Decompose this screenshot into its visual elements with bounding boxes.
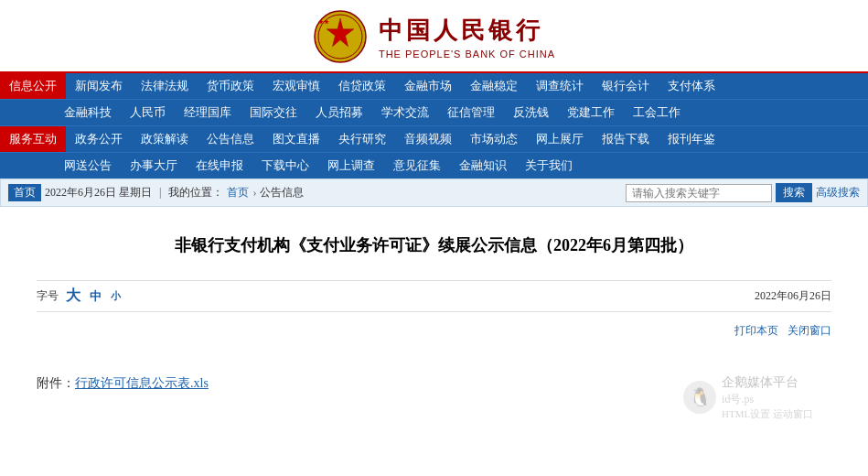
nav-zhengxin[interactable]: 征信管理 [438, 100, 504, 125]
bank-emblem [313, 9, 368, 64]
nav-shichang[interactable]: 市场动态 [461, 126, 527, 152]
article-date: 2022年06月26日 [755, 288, 831, 304]
nav-faxiqian[interactable]: 反洗钱 [504, 100, 558, 125]
nav-banshi[interactable]: 办事大厅 [121, 153, 187, 178]
font-large-button[interactable]: 大 [64, 287, 82, 306]
nav-row-4-items: 网送公告 办事大厅 在线申报 下载中心 网上调查 意见征集 金融知识 关于我们 [55, 153, 868, 178]
main-content: 非银行支付机构《支付业务许可证》续展公示信息（2022年6月第四批） 字号 大 … [0, 207, 868, 476]
nav-guanyu[interactable]: 关于我们 [516, 153, 582, 178]
nav-gonggao[interactable]: 公告信息 [198, 126, 263, 152]
nav-zhifutixi[interactable]: 支付体系 [659, 73, 724, 99]
site-header: 中国人民银行 THE PEOPLE'S BANK OF CHINA [0, 0, 868, 73]
attachment-link[interactable]: 行政许可信息公示表.xls [75, 376, 209, 390]
nav-tuwenzhibo[interactable]: 图文直播 [263, 126, 329, 152]
nav-row-3: 服务互动 政务公开 政策解读 公告信息 图文直播 央行研究 音频视频 市场动态 … [0, 125, 868, 152]
nav-gonghui[interactable]: 工会工作 [624, 100, 690, 125]
logo-english: THE PEOPLE'S BANK OF CHINA [379, 49, 555, 60]
nav-section-service: 服务互动 [0, 126, 66, 152]
nav-yanjiuyuan[interactable]: 央行研究 [329, 126, 395, 152]
close-link[interactable]: 关闭窗口 [788, 323, 831, 339]
nav-xindai[interactable]: 信贷政策 [329, 73, 395, 99]
breadcrumb-home-link[interactable]: 首页 [227, 185, 249, 200]
nav-huobi[interactable]: 货币政策 [198, 73, 263, 99]
nav-jinrongzhishi[interactable]: 金融知识 [450, 153, 516, 178]
search-input[interactable] [626, 184, 772, 202]
nav-row-3-items: 政务公开 政策解读 公告信息 图文直播 央行研究 音频视频 市场动态 网上展厅 … [66, 126, 868, 152]
nav-diaocha[interactable]: 调查统计 [527, 73, 593, 99]
advanced-search-link[interactable]: 高级搜索 [816, 185, 860, 200]
article-body: 附件：行政许可信息公示表.xls 🐧 企鹅媒体平台 id号.ps HTML设置 … [37, 357, 831, 430]
nav-yinhangkuaiji[interactable]: 银行会计 [593, 73, 659, 99]
breadcrumb-current: 公告信息 [260, 185, 304, 200]
nav-wangshang[interactable]: 网上调查 [318, 153, 384, 178]
nav-row-2-items: 金融科技 人民币 经理国库 国际交往 人员招募 学术交流 征信管理 反洗钱 党建… [55, 100, 868, 125]
font-label: 字号 [37, 288, 59, 304]
nav-baogao[interactable]: 报告下载 [593, 126, 659, 152]
watermark-icon: 🐧 [683, 381, 716, 414]
nav-hongguan[interactable]: 宏观审慎 [263, 73, 329, 99]
search-area: 搜索 高级搜索 [626, 183, 860, 202]
font-small-button[interactable]: 小 [109, 289, 123, 303]
nav-renminbi[interactable]: 人民币 [121, 100, 175, 125]
nav-falv[interactable]: 法律法规 [132, 73, 198, 99]
logo-chinese: 中国人民银行 [379, 15, 555, 47]
nav-wangsong[interactable]: 网送公告 [55, 153, 121, 178]
search-button[interactable]: 搜索 [776, 183, 812, 202]
watermark: 🐧 企鹅媒体平台 id号.ps HTML设置 运动窗口 [683, 373, 813, 421]
font-size-controls: 字号 大 中 小 [37, 287, 123, 306]
article-title: 非银行支付机构《支付业务许可证》续展公示信息（2022年6月第四批） [37, 225, 831, 265]
watermark-domain: id号.ps [722, 392, 813, 407]
nav-row-1: 信息公开 新闻发布 法律法规 货币政策 宏观审慎 信贷政策 金融市场 金融稳定 … [0, 73, 868, 99]
logo-text: 中国人民银行 THE PEOPLE'S BANK OF CHINA [379, 15, 555, 60]
breadcrumb-bar: 首页 2022年6月26日 星期日 | 我的位置： 首页 › 公告信息 搜索 高… [0, 178, 868, 207]
watermark-text-block: 企鹅媒体平台 id号.ps HTML设置 运动窗口 [722, 373, 813, 421]
nav-section-info: 信息公开 [0, 73, 66, 99]
nav-xinwen[interactable]: 新闻发布 [66, 73, 132, 99]
breadcrumb-separator1: | [159, 186, 161, 200]
nav-zhengwugongkai[interactable]: 政务公开 [66, 126, 132, 152]
nav-guoji[interactable]: 国际交往 [241, 100, 306, 125]
nav-jinrongkeji[interactable]: 金融科技 [55, 100, 121, 125]
watermark-platform: 企鹅媒体平台 [722, 373, 813, 392]
nav-yinpin[interactable]: 音频视频 [395, 126, 461, 152]
nav-xueshu[interactable]: 学术交流 [372, 100, 438, 125]
attachment-prefix: 附件： [37, 376, 75, 390]
nav-jinrongshichang[interactable]: 金融市场 [395, 73, 461, 99]
home-button[interactable]: 首页 [8, 184, 41, 201]
article-meta-row: 字号 大 中 小 2022年06月26日 [37, 280, 831, 312]
nav-zhengcejiedu[interactable]: 政策解读 [132, 126, 198, 152]
breadcrumb-location: 我的位置： [168, 185, 223, 200]
nav-yijian[interactable]: 意见征集 [384, 153, 450, 178]
nav-guoku[interactable]: 经理国库 [175, 100, 241, 125]
nav-row-4: 网送公告 办事大厅 在线申报 下载中心 网上调查 意见征集 金融知识 关于我们 [0, 152, 868, 178]
nav-section-placeholder [0, 100, 55, 125]
article-actions: 打印本页 关闭窗口 [37, 319, 831, 342]
nav-row-1-items: 新闻发布 法律法规 货币政策 宏观审慎 信贷政策 金融市场 金融稳定 调查统计 … [66, 73, 868, 99]
nav-row4-placeholder [0, 153, 55, 178]
font-medium-button[interactable]: 中 [88, 288, 103, 305]
breadcrumb-date: 2022年6月26日 星期日 [45, 185, 152, 200]
navigation: 信息公开 新闻发布 法律法规 货币政策 宏观审慎 信贷政策 金融市场 金融稳定 … [0, 73, 868, 178]
nav-dangjiangongzuo[interactable]: 党建工作 [558, 100, 624, 125]
print-link[interactable]: 打印本页 [734, 323, 778, 339]
nav-xiazai[interactable]: 下载中心 [252, 153, 318, 178]
nav-wangzhanting[interactable]: 网上展厅 [527, 126, 593, 152]
nav-zaixian[interactable]: 在线申报 [187, 153, 252, 178]
nav-baokannian[interactable]: 报刊年鉴 [659, 126, 724, 152]
nav-jinrongwending[interactable]: 金融稳定 [461, 73, 527, 99]
breadcrumb-sep: › [252, 186, 256, 200]
nav-row-2: 金融科技 人民币 经理国库 国际交往 人员招募 学术交流 征信管理 反洗钱 党建… [0, 99, 868, 125]
watermark-links: HTML设置 运动窗口 [722, 407, 813, 421]
nav-renyuan[interactable]: 人员招募 [306, 100, 372, 125]
